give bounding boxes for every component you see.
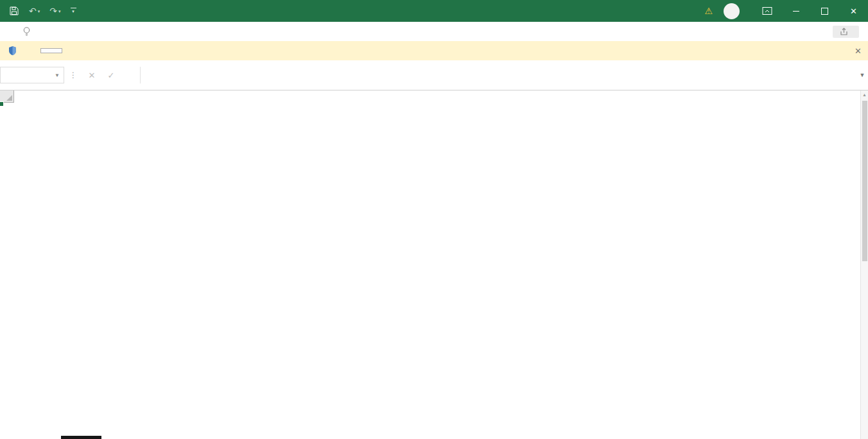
title-bar: ↶▾ ↷▾ ▾ ⚠ ✕ <box>0 0 868 22</box>
fill-handle[interactable] <box>0 101 4 107</box>
tell-me-box[interactable] <box>22 26 37 37</box>
formula-input[interactable] <box>140 67 856 83</box>
share-icon <box>840 28 848 36</box>
formula-bar-expand-icon[interactable]: ▼ <box>856 72 868 78</box>
message-bar-close-icon[interactable]: ✕ <box>855 47 862 55</box>
save-icon[interactable] <box>9 6 19 16</box>
vertical-scrollbar[interactable]: ▲ <box>860 90 868 439</box>
title-bar-right: ⚠ ✕ <box>704 0 868 22</box>
enable-editing-button[interactable] <box>40 48 62 53</box>
sheet-tab-partial[interactable] <box>61 436 101 439</box>
name-box-dropdown-icon[interactable]: ▼ <box>51 67 64 83</box>
quick-access-toolbar: ↶▾ ↷▾ ▾ <box>0 6 76 16</box>
ribbon-display-options-icon[interactable] <box>752 0 781 22</box>
bottom-strip <box>0 436 860 439</box>
formula-bar: ▼ ⋮ ✕ ✓ ▼ <box>0 60 868 90</box>
column-headers <box>0 90 860 103</box>
ribbon-tab-bar <box>0 22 868 41</box>
redo-dropdown-icon[interactable]: ▾ <box>58 9 61 13</box>
name-box[interactable]: ▼ <box>0 67 64 83</box>
minimize-button[interactable] <box>781 0 810 22</box>
share-button[interactable] <box>833 26 859 38</box>
scroll-up-icon[interactable]: ▲ <box>861 90 868 97</box>
protected-view-message-bar: ✕ <box>0 41 868 60</box>
maximize-button[interactable] <box>810 0 839 22</box>
formula-bar-separator: ⋮ <box>69 71 77 80</box>
warning-icon[interactable]: ⚠ <box>704 6 713 15</box>
customize-quick-access-toolbar-icon[interactable]: ▾ <box>71 8 76 14</box>
enter-icon[interactable]: ✓ <box>101 71 121 80</box>
active-cell-selection <box>0 103 3 105</box>
shield-icon <box>8 46 17 56</box>
spreadsheet-grid <box>0 90 860 439</box>
redo-icon[interactable]: ↷▾ <box>49 6 60 15</box>
cancel-icon[interactable]: ✕ <box>82 71 101 80</box>
vertical-scrollbar-thumb[interactable] <box>862 101 867 261</box>
lightbulb-icon <box>22 26 31 37</box>
close-button[interactable]: ✕ <box>839 0 868 22</box>
undo-dropdown-icon[interactable]: ▾ <box>38 9 40 13</box>
undo-icon[interactable]: ↶▾ <box>29 6 40 15</box>
avatar[interactable] <box>724 3 740 19</box>
